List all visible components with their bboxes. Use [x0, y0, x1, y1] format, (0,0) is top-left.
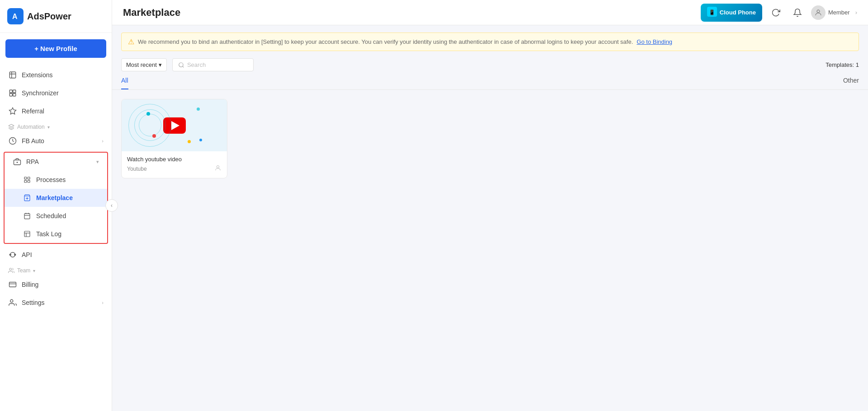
card-user-icon — [214, 164, 222, 173]
sidebar-item-referral[interactable]: Referral — [0, 102, 112, 120]
extensions-icon — [8, 70, 17, 79]
rpa-group: RPA ▾ Processes Marketplace Schedule — [4, 152, 108, 244]
card-info: Watch youtube video Youtube — [122, 151, 227, 178]
warning-text: We recommend you to bind an authenticato… — [138, 38, 633, 45]
settings-chevron-icon: › — [102, 300, 104, 305]
sidebar-item-scheduled[interactable]: Scheduled — [5, 207, 107, 225]
svg-rect-17 — [24, 214, 30, 219]
svg-line-34 — [183, 66, 184, 67]
sidebar-item-processes[interactable]: Processes — [5, 171, 107, 189]
warning-icon: ⚠ — [128, 37, 134, 46]
user-menu-button[interactable]: Member — [811, 5, 850, 20]
rpa-chevron-icon: ▾ — [96, 159, 99, 165]
svg-rect-12 — [28, 177, 30, 179]
go-to-binding-link[interactable]: Go to Binding — [637, 38, 672, 45]
rpa-icon — [13, 157, 22, 166]
tab-other[interactable]: Other — [843, 77, 859, 89]
svg-point-26 — [9, 268, 12, 271]
svg-rect-11 — [24, 177, 27, 179]
sidebar-item-label: Billing — [22, 281, 38, 288]
logo-icon: A — [7, 8, 24, 24]
card-tag: Youtube — [127, 166, 147, 172]
svg-point-33 — [179, 62, 183, 66]
template-card[interactable]: Watch youtube video Youtube — [121, 99, 227, 178]
card-meta: Youtube — [127, 164, 222, 173]
deco-dot — [197, 107, 200, 111]
new-profile-button[interactable]: + New Profile — [5, 39, 106, 58]
sidebar-item-label: FB Auto — [22, 137, 44, 145]
sidebar-item-extensions[interactable]: Extensions — [0, 66, 112, 84]
avatar — [811, 5, 826, 20]
sidebar-item-api[interactable]: API — [0, 246, 112, 264]
header-chevron-icon: › — [855, 9, 857, 16]
card-thumbnail — [122, 99, 227, 151]
sidebar-item-label: API — [22, 251, 32, 258]
api-icon — [8, 250, 17, 259]
svg-rect-3 — [13, 90, 16, 93]
deco-dot — [188, 140, 191, 143]
sidebar-item-label: Referral — [22, 107, 44, 115]
cloud-phone-label: Cloud Phone — [720, 9, 756, 16]
fb-auto-chevron-icon: › — [102, 138, 104, 144]
svg-marker-6 — [9, 108, 16, 114]
svg-rect-2 — [9, 90, 12, 93]
sidebar-item-task-log[interactable]: Task Log — [5, 225, 107, 243]
sidebar: A AdsPower + New Profile Extensions Sync… — [0, 0, 112, 411]
page-title: Marketplace — [123, 7, 695, 19]
scheduled-icon — [23, 211, 32, 220]
svg-rect-27 — [9, 282, 16, 287]
sidebar-item-settings[interactable]: Settings › — [0, 294, 112, 312]
card-title: Watch youtube video — [127, 156, 222, 163]
sidebar-item-label: Marketplace — [36, 194, 73, 201]
top-header: Marketplace 📱 Cloud Phone Member › — [112, 0, 868, 25]
sidebar-logo: A AdsPower — [0, 0, 112, 33]
sidebar-item-fb-auto[interactable]: FB Auto › — [0, 132, 112, 150]
search-icon — [178, 62, 184, 68]
svg-rect-13 — [24, 180, 27, 182]
deco-dot — [146, 112, 150, 116]
svg-point-35 — [217, 166, 219, 168]
team-chevron-icon: ▾ — [33, 268, 35, 273]
tabs-bar: All Other — [112, 71, 868, 90]
sort-dropdown[interactable]: Most recent ▾ — [121, 58, 167, 71]
sidebar-item-label: RPA — [26, 158, 39, 165]
svg-point-32 — [817, 10, 820, 13]
deco-dot — [152, 134, 156, 138]
deco-dot — [199, 139, 202, 141]
cloud-phone-icon: 📱 — [707, 7, 717, 19]
sidebar-item-label: Settings — [22, 299, 45, 306]
sidebar-nav: Extensions Synchronizer Referral Automat… — [0, 64, 112, 411]
synchronizer-icon — [8, 89, 17, 98]
marketplace-icon — [23, 193, 32, 202]
fb-auto-icon — [8, 136, 17, 145]
member-label: Member — [828, 9, 850, 16]
sidebar-collapse-button[interactable]: ‹ — [105, 199, 118, 212]
app-name: AdsPower — [27, 11, 71, 22]
referral-icon — [8, 107, 17, 116]
svg-text:📱: 📱 — [708, 9, 715, 15]
sidebar-item-label: Task Log — [36, 230, 61, 238]
cards-area: Watch youtube video Youtube — [112, 90, 868, 187]
sidebar-item-label: Processes — [36, 176, 66, 183]
content-area: ⚠ We recommend you to bind an authentica… — [112, 25, 868, 411]
sidebar-item-billing[interactable]: Billing — [0, 276, 112, 294]
cloud-phone-button[interactable]: 📱 Cloud Phone — [701, 4, 762, 22]
deco-circle — [128, 104, 171, 147]
refresh-button[interactable] — [768, 5, 784, 21]
search-box[interactable]: Search — [172, 58, 254, 71]
sidebar-item-label: Extensions — [22, 71, 52, 79]
svg-rect-4 — [9, 93, 12, 96]
svg-rect-5 — [13, 93, 16, 96]
tab-all[interactable]: All — [121, 77, 128, 89]
sidebar-item-label: Synchronizer — [22, 89, 59, 97]
sidebar-item-marketplace[interactable]: Marketplace — [5, 189, 107, 207]
task-log-icon — [23, 229, 32, 238]
sidebar-item-rpa[interactable]: RPA ▾ — [5, 153, 107, 171]
team-section-label: Team ▾ — [0, 264, 112, 276]
automation-chevron-icon: ▾ — [47, 125, 50, 130]
svg-text:A: A — [12, 13, 18, 20]
sidebar-item-synchronizer[interactable]: Synchronizer — [0, 84, 112, 102]
notification-button[interactable] — [789, 5, 806, 21]
billing-icon — [8, 280, 17, 289]
search-placeholder: Search — [187, 61, 206, 68]
